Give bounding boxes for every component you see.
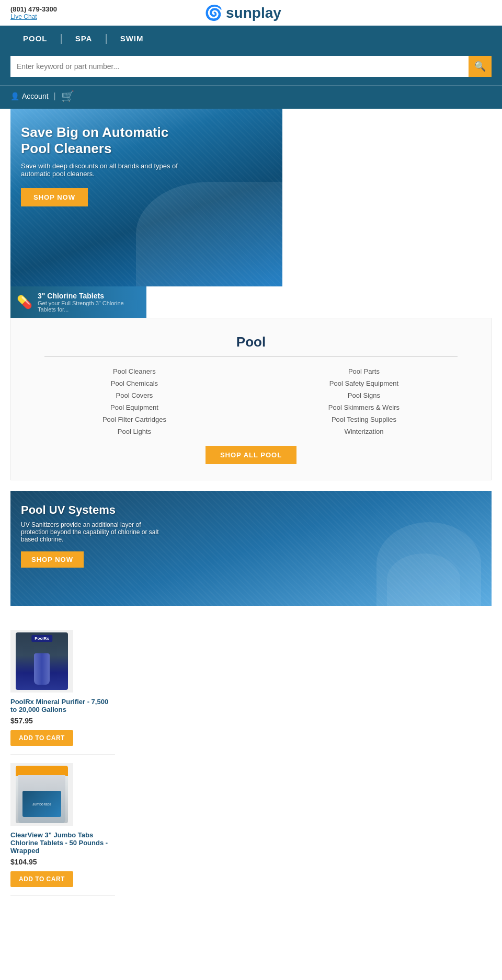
clearview-label: Jumbo tabs	[22, 791, 61, 817]
nav-swim[interactable]: SWIM	[108, 26, 156, 51]
pool-cat-cleaners[interactable]: Pool Cleaners	[113, 367, 156, 375]
pool-categories-grid: Pool Cleaners Pool Chemicals Pool Covers…	[21, 367, 481, 435]
pool-section: Pool Pool Cleaners Pool Chemicals Pool C…	[10, 318, 492, 480]
pool-cat-skimmers[interactable]: Pool Skimmers & Weirs	[328, 403, 400, 411]
shop-all-pool-button[interactable]: SHOP ALL POOL	[206, 446, 296, 464]
logo-text: sunplay	[226, 5, 281, 21]
pool-categories-right: Pool Parts Pool Safety Equipment Pool Si…	[328, 367, 400, 435]
pool-categories-left: Pool Cleaners Pool Chemicals Pool Covers…	[102, 367, 166, 435]
pool-section-divider	[44, 356, 458, 357]
phone-number[interactable]: (801) 479-3300	[10, 5, 57, 13]
chlorine-teaser-banner[interactable]: 💊 3" Chlorine Tablets Get your Full Stre…	[10, 286, 146, 318]
nav-spa[interactable]: SPA	[63, 26, 105, 51]
top-bar: (801) 479-3300 Live Chat 🌀 sunplay	[0, 0, 502, 26]
uv-cta-button[interactable]: SHOP NOW	[21, 551, 84, 568]
product-price-clearview: $104.95	[10, 858, 37, 866]
product-image-poolrx: PoolRx	[10, 630, 73, 693]
poolrx-image: PoolRx	[16, 632, 68, 690]
chlorine-icon: 💊	[17, 295, 32, 309]
product-name-clearview[interactable]: ClearView 3" Jumbo Tabs Chlorine Tablets…	[10, 831, 115, 855]
uv-content: Pool UV Systems UV Sanitizers provide an…	[21, 503, 167, 568]
pool-section-title: Pool	[21, 334, 481, 350]
search-button[interactable]: 🔍	[469, 56, 492, 77]
product-card-clearview: Jumbo tabs ClearView 3" Jumbo Tabs Chlor…	[10, 755, 115, 896]
poolrx-label-text: PoolRx	[31, 635, 52, 642]
hero-content: Save Big on Automatic Pool Cleaners Save…	[21, 124, 178, 206]
clearview-image: Jumbo tabs	[16, 766, 68, 823]
clearview-lid	[16, 766, 68, 776]
search-icon: 🔍	[474, 61, 486, 72]
nav-pool[interactable]: POOL	[10, 26, 60, 51]
clearview-body: Jumbo tabs	[18, 775, 65, 823]
chlorine-teaser-content: 3" Chlorine Tablets Get your Full Streng…	[38, 292, 140, 313]
pool-cat-safety[interactable]: Pool Safety Equipment	[329, 379, 398, 387]
live-chat-link[interactable]: Live Chat	[10, 13, 57, 20]
cart-icon[interactable]: 🛒	[61, 90, 74, 102]
pool-cat-testing[interactable]: Pool Testing Supplies	[332, 416, 396, 423]
product-card-poolrx: PoolRx PoolRx Mineral Purifier - 7,500 t…	[10, 621, 115, 755]
uv-subtitle: UV Sanitizers provide an additional laye…	[21, 521, 167, 543]
poolrx-tube	[34, 653, 50, 685]
product-image-clearview: Jumbo tabs	[10, 763, 73, 826]
product-section: PoolRx PoolRx Mineral Purifier - 7,500 t…	[0, 606, 502, 912]
uv-title: Pool UV Systems	[21, 503, 167, 517]
account-link[interactable]: 👤 Account	[10, 92, 49, 100]
pool-cat-chemicals[interactable]: Pool Chemicals	[111, 379, 158, 387]
product-price-poolrx: $57.95	[10, 717, 33, 725]
product-name-poolrx[interactable]: PoolRx Mineral Purifier - 7,500 to 20,00…	[10, 698, 115, 713]
account-label: Account	[22, 92, 49, 100]
pool-cat-parts[interactable]: Pool Parts	[348, 367, 380, 375]
search-input[interactable]	[10, 56, 469, 77]
logo[interactable]: 🌀 sunplay	[204, 4, 281, 21]
search-bar: 🔍	[0, 51, 502, 85]
main-nav: POOL | SPA | SWIM	[0, 26, 502, 51]
pool-cat-signs[interactable]: Pool Signs	[348, 391, 380, 399]
pool-cat-filter-cartridges[interactable]: Pool Filter Cartridges	[102, 416, 166, 423]
logo-spiral-icon: 🌀	[204, 4, 223, 21]
pool-cat-winterization[interactable]: Winterization	[344, 428, 383, 435]
chlorine-teaser-title: 3" Chlorine Tablets	[38, 292, 140, 300]
pool-cat-lights[interactable]: Pool Lights	[118, 428, 151, 435]
account-cart-divider: |	[54, 91, 56, 101]
hero-title: Save Big on Automatic Pool Cleaners	[21, 124, 178, 157]
uv-pool-shape-2	[387, 554, 460, 606]
hero-cta-button[interactable]: SHOP NOW	[21, 188, 88, 206]
pool-cat-equipment[interactable]: Pool Equipment	[110, 403, 158, 411]
uv-banner: Pool UV Systems UV Sanitizers provide an…	[10, 491, 492, 606]
contact-info: (801) 479-3300 Live Chat	[10, 5, 57, 20]
account-bar: 👤 Account | 🛒	[0, 85, 502, 109]
hero-subtitle: Save with deep discounts on all brands a…	[21, 162, 178, 178]
chlorine-teaser-subtitle: Get your Full Strength 3" Chlorine Table…	[38, 300, 140, 313]
account-icon: 👤	[10, 92, 19, 100]
add-to-cart-poolrx[interactable]: ADD TO CART	[10, 730, 73, 746]
add-to-cart-clearview[interactable]: ADD TO CART	[10, 871, 73, 887]
pool-cat-covers[interactable]: Pool Covers	[116, 391, 153, 399]
hero-banner: Save Big on Automatic Pool Cleaners Save…	[10, 109, 282, 286]
